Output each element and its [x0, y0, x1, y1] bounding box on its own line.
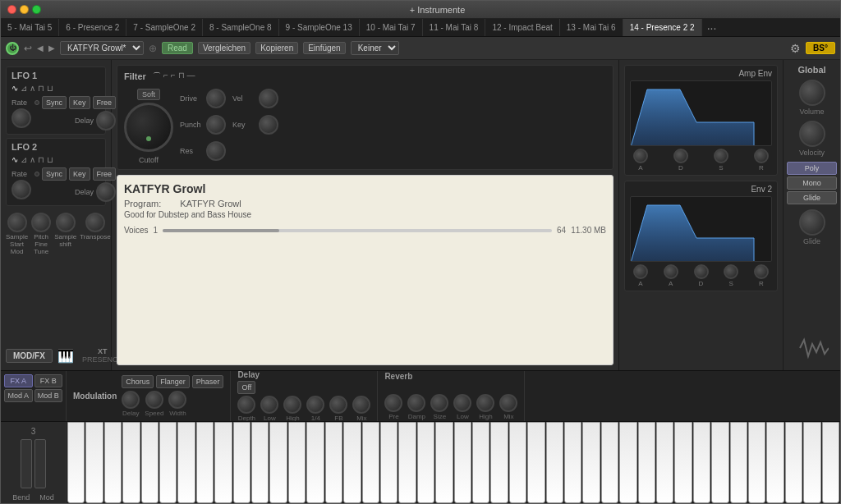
piano-key-c4[interactable]	[454, 422, 471, 503]
piano-key-a5[interactable]	[674, 422, 692, 503]
amp-a-knob[interactable]	[633, 149, 648, 163]
piano-key-f4[interactable]	[509, 422, 526, 503]
piano-key-c2[interactable]	[196, 422, 214, 503]
piano-key-f5[interactable]	[638, 422, 655, 503]
off-button[interactable]: Off	[237, 381, 255, 394]
tab-14[interactable]: 14 - Presence 2 2	[623, 19, 702, 36]
piano-key-d4[interactable]	[472, 422, 489, 503]
piano-key-g2[interactable]	[269, 422, 287, 503]
delay-high-knob[interactable]	[283, 396, 301, 414]
piano-key-c1[interactable]	[67, 422, 85, 503]
delay-mix-knob[interactable]	[352, 396, 370, 414]
glide-button[interactable]: Glide	[787, 191, 837, 204]
preset-selector[interactable]: KATFYR Growl*	[60, 41, 144, 55]
env2-a2-knob[interactable]	[664, 264, 678, 279]
piano-key-f1[interactable]	[122, 422, 140, 503]
lfo2-ramp-shape[interactable]: ⊔	[47, 155, 53, 164]
flanger-button[interactable]: Flanger	[156, 375, 190, 388]
piano-key-g4[interactable]	[527, 422, 545, 503]
piano-key-b2[interactable]	[306, 422, 324, 503]
delay-low-knob[interactable]	[260, 396, 278, 414]
voice-slider[interactable]	[163, 229, 552, 232]
lfo1-square-shape[interactable]: ⊓	[38, 84, 44, 93]
piano-key-g1[interactable]	[141, 422, 159, 503]
mod-speed-knob[interactable]	[145, 391, 163, 409]
tab-9[interactable]: 9 - SampleOne 13	[279, 19, 360, 36]
settings-icon[interactable]: ⚙	[790, 42, 801, 55]
piano-key-a3[interactable]	[417, 422, 434, 503]
piano-key-c3[interactable]	[325, 422, 342, 503]
piano-key-g3[interactable]	[398, 422, 416, 503]
tab-13[interactable]: 13 - Mai Tai 6	[560, 19, 623, 36]
amp-s-knob[interactable]	[714, 149, 728, 163]
lfo1-ramp-shape[interactable]: ⊔	[47, 84, 53, 93]
reverb-size-knob[interactable]	[430, 394, 448, 412]
lfo1-delay-knob[interactable]	[96, 111, 116, 131]
copy-button[interactable]: Kopieren	[255, 42, 298, 54]
env2-s-knob[interactable]	[724, 264, 738, 279]
piano-key-a4[interactable]	[546, 422, 563, 503]
none-selector[interactable]: Keiner	[351, 41, 399, 55]
velocity-knob[interactable]	[799, 121, 825, 147]
glide-knob[interactable]	[799, 209, 825, 236]
pitch-fine-tune-knob[interactable]	[31, 213, 51, 232]
paste-button[interactable]: Einfügen	[303, 42, 345, 54]
phaser-button[interactable]: Phaser	[192, 375, 224, 388]
close-button[interactable]	[7, 5, 16, 14]
lfo2-sine-shape[interactable]: ∿	[11, 155, 18, 164]
piano-key-a6[interactable]	[803, 422, 820, 503]
delay-quarter-knob[interactable]	[306, 396, 324, 414]
tab-7[interactable]: 7 - SampleOne 2	[126, 19, 203, 36]
filter-shape-4[interactable]: ⊓	[178, 71, 185, 82]
lfo1-sine-shape[interactable]: ∿	[11, 84, 18, 93]
filter-shape-5[interactable]: —	[187, 71, 195, 82]
mod-fx-button[interactable]: MOD/FX	[6, 349, 53, 363]
tab-12[interactable]: 12 - Impact Beat	[485, 19, 559, 36]
piano-key-e4[interactable]	[490, 422, 508, 503]
lfo1-key-button[interactable]: Key	[69, 96, 90, 109]
compare-button[interactable]: Vergleichen	[198, 42, 250, 54]
fx-a-tab[interactable]: FX A	[4, 374, 33, 387]
piano-key-d3[interactable]	[343, 422, 361, 503]
mono-button[interactable]: Mono	[787, 176, 837, 190]
mod-b-tab[interactable]: Mod B	[34, 389, 63, 402]
tab-11[interactable]: 11 - Mai Tai 8	[423, 19, 486, 36]
bend-strip[interactable]	[21, 439, 32, 488]
poly-button[interactable]: Poly	[787, 162, 837, 175]
piano-key-c6[interactable]	[711, 422, 728, 503]
piano-key-e6[interactable]	[748, 422, 765, 503]
lfo1-rate-knob[interactable]	[11, 108, 31, 128]
reverb-high-knob[interactable]	[476, 394, 494, 412]
reverb-low-knob[interactable]	[453, 394, 471, 412]
piano-key-d5[interactable]	[601, 422, 618, 503]
lfo2-delay-knob[interactable]	[96, 182, 116, 202]
amp-r-knob[interactable]	[754, 149, 769, 163]
lfo2-tri-shape[interactable]: ∧	[30, 155, 35, 164]
piano-key-c5[interactable]	[582, 422, 600, 503]
cutoff-knob[interactable]	[124, 103, 173, 152]
filter-key-knob[interactable]	[259, 115, 278, 135]
piano-key-g5[interactable]	[656, 422, 673, 503]
read-button[interactable]: Read	[162, 42, 193, 54]
env2-r-knob[interactable]	[754, 264, 769, 279]
lfo2-square-shape[interactable]: ⊓	[38, 155, 44, 164]
piano-key-e5[interactable]	[619, 422, 636, 503]
soft-button[interactable]: Soft	[137, 89, 160, 100]
piano-key-a1[interactable]	[159, 422, 177, 503]
tab-more-button[interactable]: ···	[702, 19, 722, 36]
piano-key-f3[interactable]	[380, 422, 398, 503]
filter-shape-2[interactable]: ⌐	[163, 71, 168, 82]
mod-a-tab[interactable]: Mod A	[4, 389, 33, 402]
delay-fb-knob[interactable]	[329, 396, 347, 414]
delay-depth-knob[interactable]	[237, 396, 255, 414]
piano-key-g6[interactable]	[785, 422, 802, 503]
piano-key-a2[interactable]	[288, 422, 306, 503]
fx-b-tab[interactable]: FX B	[34, 374, 63, 387]
lfo2-key-button[interactable]: Key	[69, 167, 90, 181]
piano-key-e1[interactable]	[104, 422, 122, 503]
res-knob[interactable]	[206, 141, 226, 161]
env2-d-knob[interactable]	[694, 264, 709, 279]
piano-key-b1[interactable]	[177, 422, 195, 503]
piano-key-b5[interactable]	[693, 422, 710, 503]
maximize-button[interactable]	[32, 5, 41, 14]
